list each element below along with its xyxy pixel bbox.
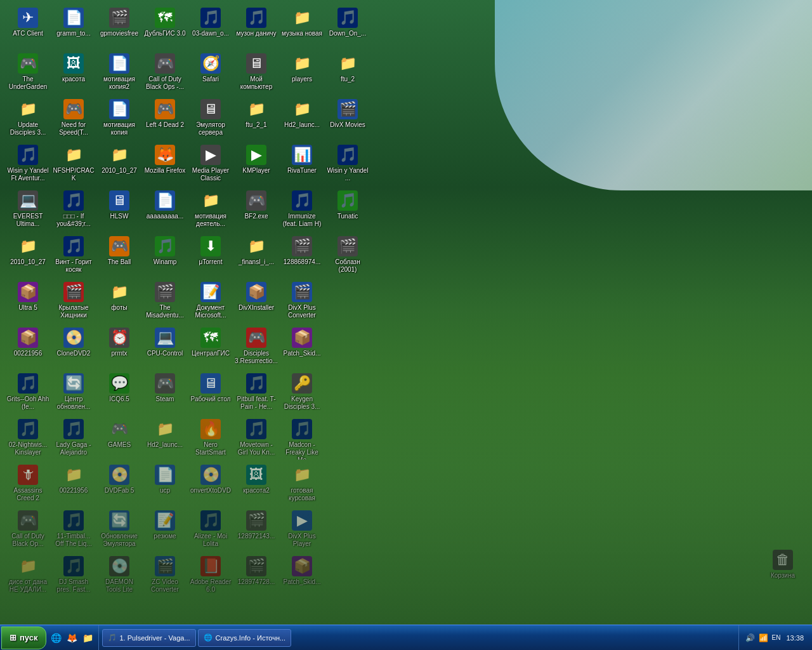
icon-ftu-2[interactable]: 📁ftu_2 (325, 51, 370, 96)
icon-prmtx[interactable]: ⏰prmtx (96, 325, 142, 371)
taskbar-icon-ie[interactable]: 🌐 (49, 631, 63, 645)
icon-patch-skid2[interactable]: 📦Patch_Skid... (279, 554, 325, 599)
icon-disciples3[interactable]: 🎮Disciples 3.Resurrectio... (233, 325, 279, 371)
icon-wisin-yandel2[interactable]: 🎵Wisin y Yandel ... (325, 142, 370, 188)
icon-patch-skid[interactable]: 📦Patch_Skid... (279, 325, 325, 371)
icon-dvdfab[interactable]: 📀DVDFab 5 (96, 462, 142, 508)
icon-utorrent[interactable]: ⬇μTorrent (188, 234, 233, 279)
icon-immunize[interactable]: 🎵Immunize (feat. Liam H) (279, 188, 325, 234)
tray-icon-sound[interactable]: 🔊 (744, 632, 756, 644)
icon-the-ball[interactable]: 🎮The Ball (96, 234, 142, 279)
icon-nero[interactable]: 🔥Nero StartSmart (188, 416, 233, 462)
icon-zc-video[interactable]: 🎬ZC Video Converter (142, 554, 188, 599)
icon-00221956[interactable]: 📦00221956 (5, 325, 51, 371)
icon-update-disciples[interactable]: 📁Update Disciples 3... (5, 96, 51, 142)
icon-aaaa[interactable]: 📄ааааааааа... (142, 188, 188, 234)
icon-down-on[interactable]: 🎵Down_On_... (325, 5, 370, 51)
icon-my-computer[interactable]: 🖥Мой компьютер (233, 51, 279, 96)
icon-krylatye[interactable]: 🎬Крылатые Хищники (51, 279, 96, 325)
icon-motivacia2[interactable]: 📄мотивация копия2 (96, 51, 142, 96)
icon-krasota[interactable]: 🖼красота (51, 51, 96, 96)
icon-lady-gaga[interactable]: 🎵Lady Gaga - Alejandro (51, 416, 96, 462)
icon-undergarden[interactable]: 🎮The UnderGarden (5, 51, 51, 96)
icon-dise-dana[interactable]: 📁дисе от дана НЕ УДАЛИ... (5, 554, 51, 599)
icon-2010-10-27[interactable]: 📁2010_10_27 (5, 234, 51, 279)
icon-obnovlenie[interactable]: 🔄Обновление Эмулятора (96, 508, 142, 554)
icon-players[interactable]: 📁players (279, 51, 325, 96)
icon-emulator[interactable]: 🖥Эмулятор сервера (188, 96, 233, 142)
icon-movetown[interactable]: 🎵Movetown - Girl You Kn... (233, 416, 279, 462)
icon-dokument[interactable]: 📝Документ Microsoft... (188, 279, 233, 325)
icon-ucp[interactable]: 📄ucp (142, 462, 188, 508)
icon-tunatic[interactable]: 🎵Tunatic (325, 188, 370, 234)
icon-motivacia[interactable]: 📄мотивация копия (96, 96, 142, 142)
icon-call-of-duty[interactable]: 🎮Call of Duty Black Op... (5, 508, 51, 554)
icon-korzina[interactable]: 🗑 Корзина (760, 547, 806, 593)
icon-muzika-novaya[interactable]: 📁музыка новая (279, 5, 325, 51)
tray-icon-lang[interactable]: EN (771, 633, 782, 642)
icon-icq[interactable]: 💬ICQ6.5 (96, 371, 142, 416)
icon-games[interactable]: 🎮GAMES (96, 416, 142, 462)
icon-tsentral-gis[interactable]: 🗺ЦентралГИС (188, 325, 233, 371)
icon-bf2[interactable]: 🎮BF2.exe (233, 188, 279, 234)
icon-vint[interactable]: 🎵Винт - Горит косяк (51, 234, 96, 279)
taskbar-icon-folder[interactable]: 📁 (81, 631, 95, 645)
icon-rivatuner[interactable]: 📊RivaTuner (279, 142, 325, 188)
icon-divx-movies[interactable]: 🎬DivX Movies (325, 96, 370, 142)
icon-daemon[interactable]: 💿DAEMON Tools Lite (96, 554, 142, 599)
icon-divx-plus-player[interactable]: ▶DivX Plus Player (279, 508, 325, 554)
icon-foty[interactable]: 📁фоты (96, 279, 142, 325)
icon-media-player[interactable]: ▶Media Player Classic (188, 142, 233, 188)
icon-adobe-reader[interactable]: 📕Adobe Reader 6.0 (188, 554, 233, 599)
icon-hd2-launc2[interactable]: 📁Hd2_launc... (279, 96, 325, 142)
icon-wisin-yandel[interactable]: 🎵Wisin y Yandel Ft Aventur... (5, 142, 51, 188)
icon-safari[interactable]: 🧭Safari (188, 51, 233, 96)
icon-dj-smash[interactable]: 🎵DJ Smash pres. Fast... (51, 554, 96, 599)
icon-if-you[interactable]: 🎵□□□ - If you&#39;r... (51, 188, 96, 234)
icon-cpu-control[interactable]: 💻CPU-Control (142, 325, 188, 371)
icon-hd2-launc[interactable]: 📁Hd2_launc... (142, 416, 188, 462)
icon-misadventu[interactable]: 🎬The Misadventu... (142, 279, 188, 325)
icon-2010-10-27b[interactable]: 📁2010_10_27 (96, 142, 142, 188)
icon-krasota2[interactable]: 🖼красота2 (233, 462, 279, 508)
icon-winamp[interactable]: 🎵Winamp (142, 234, 188, 279)
icon-left4dead[interactable]: 🎮Left 4 Dead 2 (142, 96, 188, 142)
icon-assassins-creed[interactable]: 🗡Assassins Creed 2 (5, 462, 51, 508)
icon-03-dawn[interactable]: 🎵03-dawn_o... (188, 5, 233, 51)
icon-alizee[interactable]: 🎵Alizee - Moi Lolita (188, 508, 233, 554)
icon-128972143[interactable]: 🎬128972143... (233, 508, 279, 554)
icon-hlsw[interactable]: 🖥HLSW (96, 188, 142, 234)
icon-clonedvd2[interactable]: 📀CloneDVD2 (51, 325, 96, 371)
icon-gpmoviesfree[interactable]: 🎬gpmoviesfree (96, 5, 142, 51)
icon-myzon[interactable]: 🎵музон даничу (233, 5, 279, 51)
icon-atc-client[interactable]: ✈ATC Client (5, 5, 51, 51)
icon-soblazn[interactable]: 🎬Соблазн (2001) (325, 234, 370, 279)
icon-dubgis[interactable]: 🗺ДубльГИС 3.0 (142, 5, 188, 51)
icon-everest[interactable]: 💻EVEREST Ultima... (5, 188, 51, 234)
icon-finansl[interactable]: 📁_finansl_i_... (233, 234, 279, 279)
icon-steam[interactable]: 🎮Steam (142, 371, 188, 416)
icon-convertx[interactable]: 📀onvertXtoDVD (188, 462, 233, 508)
icon-kmplayer[interactable]: ▶KMPlayer (233, 142, 279, 188)
icon-gotovaya[interactable]: 📁готовая курсовая (279, 462, 325, 508)
icon-call-duty-ops[interactable]: 🎮Call of Duty Black Ops -... (142, 51, 188, 96)
icon-rabochiy-stol[interactable]: 🖥Рабочий стол (188, 371, 233, 416)
icon-nightwish[interactable]: 🎵02-Nightwis... Kinslayer (5, 416, 51, 462)
icon-ultra5[interactable]: 📦Ultra 5 (5, 279, 51, 325)
icon-tsentr[interactable]: 🔄Центр обновлен... (51, 371, 96, 416)
icon-keygen[interactable]: 🔑Keygen Disciples 3... (279, 371, 325, 416)
icon-firefox[interactable]: 🦊Mozilla Firefox (142, 142, 188, 188)
taskbar-icon-firefox[interactable]: 🦊 (65, 631, 79, 645)
icon-motivacia-deyat[interactable]: 📁мотивация деятель... (188, 188, 233, 234)
icon-128974728[interactable]: 🎬128974728... (233, 554, 279, 599)
task-task1[interactable]: 🎵1. Pulsedriver - Vaga... (102, 629, 196, 647)
icon-nfshp-crack[interactable]: 📁NFSHP/CRACK (51, 142, 96, 188)
icon-11-timbal[interactable]: 🎵11-Timbal... Off The Liq... (51, 508, 96, 554)
icon-grits[interactable]: 🎵Grits--Ooh Ahh (fe... (5, 371, 51, 416)
icon-madcon[interactable]: 🎵Madcon - Freaky Like Me (279, 416, 325, 462)
icon-128868974[interactable]: 🎬128868974... (279, 234, 325, 279)
task-task2[interactable]: 🌐Crazys.Info - Источн... (198, 629, 292, 647)
icon-gramm-to[interactable]: 📄gramm_to... (51, 5, 96, 51)
icon-divx-plus-conv[interactable]: 🎬DivX Plus Converter (279, 279, 325, 325)
icon-pitbull[interactable]: 🎵Pitbull feat. T-Pain - He... (233, 371, 279, 416)
